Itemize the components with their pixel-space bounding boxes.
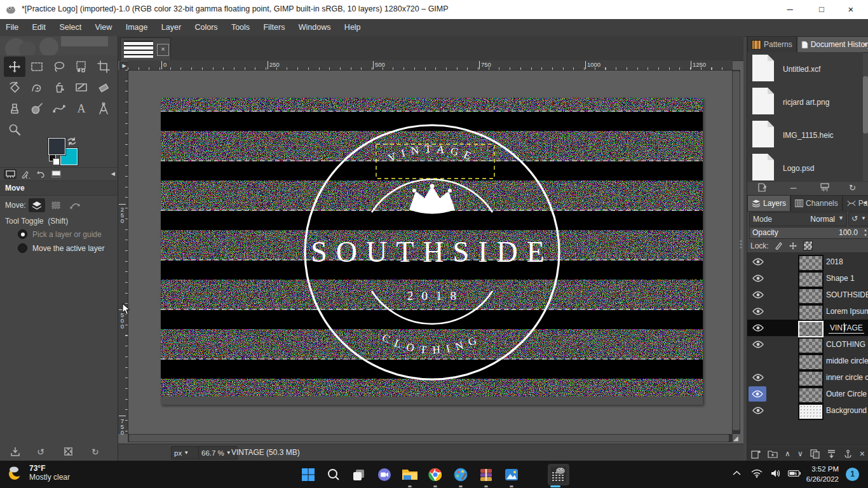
layer-thumbnail[interactable] [798, 288, 824, 304]
weather-widget[interactable]: 73°F Mostly clear [6, 464, 70, 482]
open-entry-button[interactable] [757, 183, 768, 192]
duplicate-layer-button[interactable] [810, 449, 820, 459]
layer-thumbnail[interactable] [798, 387, 824, 403]
visibility-eye-icon[interactable] [751, 372, 765, 383]
menu-tools[interactable]: Tools [226, 19, 255, 36]
layer-thumbnail[interactable] [798, 271, 824, 288]
menu-view[interactable]: View [89, 19, 118, 36]
maximize-button[interactable]: □ [807, 0, 836, 19]
search-button[interactable] [323, 464, 344, 485]
transform-tool-button[interactable] [4, 78, 25, 98]
clock[interactable]: 3:52 PM 6/26/2022 [806, 464, 839, 484]
default-colors-button-bg[interactable] [53, 158, 60, 165]
file-explorer-button[interactable] [399, 464, 421, 485]
merge-down-button[interactable] [827, 449, 836, 459]
crop-tool-button[interactable] [93, 57, 114, 77]
history-item[interactable]: Logo.psd [751, 152, 859, 184]
layer-thumbnail[interactable] [798, 255, 824, 271]
horizontal-ruler[interactable]: 0 250 500 750 1000 1250 [128, 60, 733, 71]
move-tool-button[interactable] [4, 57, 25, 77]
tray-chevron-up-icon[interactable] [733, 470, 741, 476]
opacity-slider[interactable]: Opacity 100.0 ▲▼ [749, 227, 868, 239]
visibility-eye-icon[interactable] [751, 290, 765, 300]
remove-entry-button[interactable]: ─ [790, 183, 796, 193]
visibility-eye-off[interactable] [751, 356, 765, 366]
menu-layer[interactable]: Layer [156, 19, 187, 36]
dialog-tab-menu-arrow[interactable]: ◀ [862, 41, 868, 47]
history-scrollbar-thumb[interactable] [863, 76, 868, 133]
tool-options-tab[interactable] [4, 169, 17, 179]
smudge-tool-button[interactable] [26, 98, 48, 119]
vertical-ruler[interactable]: 250 500 750 [118, 70, 128, 434]
new-layer-group-button[interactable] [768, 449, 778, 458]
visibility-eye-icon-highlighted[interactable] [749, 386, 766, 402]
blend-space-button[interactable]: ↺▼ [848, 212, 868, 226]
dock-splitter-grip[interactable]: ••• [740, 240, 742, 249]
canvas-resize-grip[interactable]: ◢ [733, 435, 738, 442]
horizontal-scrollbar-thumb[interactable] [129, 435, 729, 442]
layer-thumbnail[interactable] [798, 370, 824, 387]
visibility-eye-icon[interactable] [751, 306, 765, 316]
menu-edit[interactable]: Edit [27, 19, 52, 36]
photos-button[interactable] [501, 464, 522, 485]
raise-layer-button[interactable]: ∧ [785, 449, 790, 458]
eraser-tool-button[interactable] [93, 78, 114, 98]
layer-row-2018[interactable]: 2018 [747, 254, 868, 270]
layer-row-lorem-ipsum[interactable]: Lorem Ipsum [747, 303, 868, 320]
paths-tool-button[interactable] [48, 98, 70, 119]
paintbrush-tool-button[interactable] [71, 78, 92, 98]
winrar-button[interactable] [475, 464, 497, 485]
lock-pixels-icon[interactable] [775, 241, 783, 250]
layer-thumbnail[interactable] [798, 321, 824, 337]
layer-row-background[interactable]: Background [747, 402, 868, 419]
layer-row-outer-circle[interactable]: Outer Circle [747, 386, 868, 402]
device-status-tab[interactable] [19, 169, 32, 179]
menu-filters[interactable]: Filters [257, 19, 290, 36]
clone-tool-button[interactable] [4, 98, 25, 119]
history-item[interactable]: Untitled.xcf [751, 53, 859, 85]
swap-colors-icon[interactable] [66, 137, 78, 147]
history-item[interactable]: ricjard art.png [751, 86, 859, 118]
notification-badge[interactable]: 1 [846, 468, 859, 481]
vertical-scrollbar-thumb[interactable] [733, 71, 740, 430]
document-history-tab[interactable]: Document History [797, 36, 868, 53]
chat-button[interactable] [374, 464, 395, 485]
layer-thumbnail[interactable] [798, 337, 824, 354]
menu-image[interactable]: Image [120, 19, 154, 36]
layer-row-inner-circle-copy[interactable]: inner circle cop [747, 369, 868, 386]
chrome-button[interactable] [424, 464, 446, 485]
patterns-tab[interactable]: Patterns [747, 36, 797, 53]
clear-history-button[interactable] [820, 183, 830, 192]
measure-tool-button[interactable] [93, 98, 114, 119]
layer-thumbnail[interactable] [798, 403, 824, 420]
layer-row-middle-circle[interactable]: middle circle [747, 353, 868, 369]
volume-icon[interactable] [771, 469, 782, 478]
minimize-button[interactable]: ─ [775, 0, 804, 19]
restore-tool-preset-button[interactable]: ↺ [37, 447, 44, 457]
menu-windows[interactable]: Windows [293, 19, 337, 36]
dock-tab-menu-arrow[interactable]: ◀ [111, 171, 115, 177]
zoom-tool-button[interactable] [4, 119, 25, 140]
move-layer-mode-button[interactable] [29, 198, 45, 212]
layer-thumbnail[interactable] [798, 304, 824, 321]
new-layer-button[interactable] [751, 449, 761, 459]
free-select-tool-button[interactable] [48, 57, 70, 77]
visibility-eye-icon[interactable] [751, 405, 765, 416]
lock-position-icon[interactable] [789, 241, 797, 250]
text-tool-button[interactable]: A [71, 98, 92, 119]
history-item[interactable]: IMG_1115.heic [751, 119, 859, 151]
layer-name-edit-field[interactable]: VINTAGE [829, 323, 864, 334]
delete-tool-preset-button[interactable] [64, 447, 73, 456]
visibility-eye-icon[interactable] [751, 323, 765, 333]
vertical-scrollbar[interactable] [732, 70, 740, 434]
visibility-eye-icon[interactable] [751, 273, 765, 283]
layer-row-vintage-renaming[interactable]: VINTAGE [747, 320, 868, 336]
opacity-spinner[interactable]: ▲▼ [864, 227, 867, 238]
fuzzy-select-tool-button[interactable] [71, 57, 92, 77]
start-button[interactable] [297, 464, 319, 485]
visibility-eye-icon[interactable] [751, 339, 765, 349]
undo-history-tab[interactable] [34, 169, 47, 179]
layer-row-southside[interactable]: SOUTHSIDE [747, 287, 868, 303]
blend-mode-dropdown[interactable]: Mode Normal ▼ [749, 212, 847, 226]
battery-icon[interactable] [788, 470, 801, 477]
